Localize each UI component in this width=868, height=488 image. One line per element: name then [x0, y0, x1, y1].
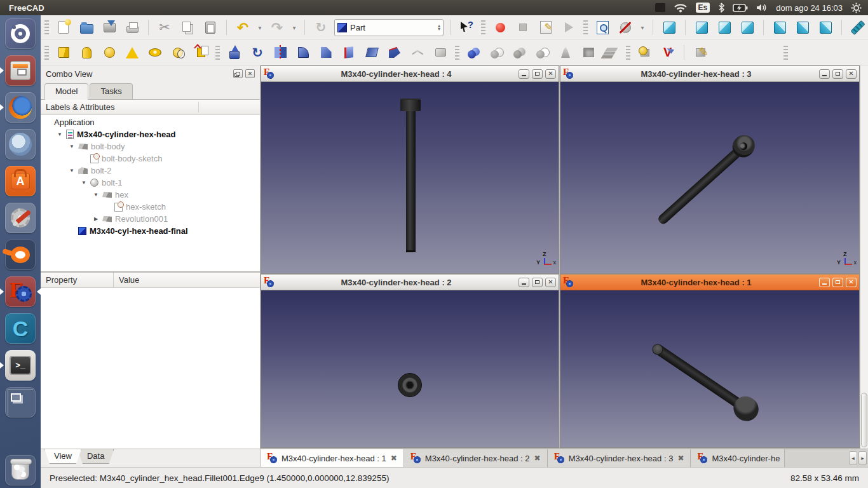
view-top-button[interactable]	[715, 18, 734, 37]
new-document-button[interactable]	[54, 18, 73, 37]
volume-icon[interactable]	[756, 3, 768, 12]
bolt-model-front[interactable]	[400, 98, 421, 252]
view-right-button[interactable]	[738, 18, 757, 37]
battery-icon[interactable]	[733, 4, 748, 12]
workbench-selector[interactable]: Part ▴▾	[334, 19, 444, 36]
window-titlebar[interactable]: M3x40-cylinder-hex-head : 3 ✕	[560, 66, 859, 82]
close-button[interactable]: ✕	[846, 278, 857, 287]
minimize-button[interactable]	[519, 278, 529, 287]
tree-item-revolution001[interactable]: ▶Revolution001	[41, 213, 260, 225]
expander-icon[interactable]: ▼	[69, 144, 75, 149]
create-sketch-button[interactable]	[691, 43, 710, 62]
toolbar-grip[interactable]	[626, 46, 630, 60]
panel-float-button[interactable]	[233, 69, 243, 78]
undo-dropdown[interactable]: ▾	[256, 18, 264, 37]
spinner-arrows-icon[interactable]: ▴▾	[438, 24, 440, 30]
fit-all-button[interactable]	[593, 18, 612, 37]
tab-scroll-left-button[interactable]: ◂	[849, 451, 857, 465]
launcher-item-terminal[interactable]: >_	[5, 350, 36, 381]
create-tube-button[interactable]	[168, 43, 187, 62]
create-sphere-button[interactable]	[100, 43, 119, 62]
print-button[interactable]	[123, 18, 142, 37]
mdi-tab[interactable]: M3x40-cylinder-hex-head : 3✖	[548, 449, 691, 467]
minimize-button[interactable]	[819, 278, 830, 287]
measure-distance-button[interactable]	[848, 18, 867, 37]
toolbar-grip[interactable]	[783, 46, 788, 60]
viewport-3d-top[interactable]	[261, 290, 559, 447]
tree-item-hex-sketch[interactable]: hex-sketch	[41, 201, 260, 213]
check-geometry-button[interactable]	[635, 43, 654, 62]
mirror-button[interactable]	[271, 43, 290, 62]
open-document-button[interactable]	[77, 18, 96, 37]
draw-style-dropdown[interactable]: ▾	[639, 18, 646, 37]
maximize-button[interactable]	[832, 278, 843, 287]
create-cylinder-button[interactable]	[77, 43, 96, 62]
validate-sketch-button[interactable]	[759, 43, 778, 62]
copy-button[interactable]	[178, 18, 197, 37]
undo-button[interactable]	[233, 18, 252, 37]
tab-scroll-right-button[interactable]: ▸	[858, 451, 867, 465]
refresh-button[interactable]	[311, 18, 330, 37]
window-titlebar[interactable]: M3x40-cylinder-hex-head : 4 ✕	[261, 66, 559, 82]
launcher-item-blender[interactable]	[5, 240, 36, 270]
map-sketch-to-face-button[interactable]	[714, 43, 733, 62]
tree-header[interactable]: Labels & Attributes	[41, 100, 260, 115]
launcher-item-dash[interactable]	[5, 18, 36, 49]
view-bottom-button[interactable]	[793, 18, 812, 37]
launcher-item-files[interactable]	[5, 55, 36, 86]
expander-icon[interactable]: ▶	[93, 216, 99, 222]
mdi-tab[interactable]: M3x40-cylinder-hex-head : 1✖	[261, 449, 404, 467]
panel-close-button[interactable]: ✕	[245, 69, 255, 78]
value-column-header[interactable]: Value	[114, 275, 260, 285]
boolean-button[interactable]	[465, 43, 484, 62]
tab-close-icon[interactable]: ✖	[784, 454, 785, 463]
expander-icon[interactable]: ▼	[57, 132, 63, 137]
fillet-button[interactable]	[294, 43, 313, 62]
tree-item-m3x40-cyl-hex-head-final[interactable]: M3x40-cyl-hex-head-final	[41, 225, 260, 237]
viewport-3d-perspective[interactable]	[560, 290, 859, 447]
mdi-tab[interactable]: M3x40-cylinder-hex-head : 2✖	[404, 449, 548, 467]
viewport-3d-isometric[interactable]: ZYx	[560, 82, 859, 273]
box-section-button[interactable]	[579, 43, 598, 62]
tab-model[interactable]: Model	[44, 83, 88, 100]
boolean-intersection-button[interactable]	[533, 43, 552, 62]
mdi-tab[interactable]: M3x40-cylinder-he✖	[691, 449, 785, 467]
sweep-button[interactable]	[408, 43, 427, 62]
defeaturing-button[interactable]	[658, 43, 677, 62]
launcher-item-trash[interactable]	[5, 455, 36, 485]
keyboard-layout-indicator[interactable]: Es	[696, 3, 710, 13]
tab-close-icon[interactable]: ✖	[391, 454, 397, 463]
make-face-button[interactable]	[339, 43, 358, 62]
draw-style-button[interactable]	[616, 18, 635, 37]
redo-dropdown[interactable]: ▾	[290, 18, 298, 37]
whats-this-button[interactable]	[457, 18, 476, 37]
ruled-surface-button[interactable]	[362, 43, 381, 62]
wifi-icon[interactable]	[674, 3, 688, 13]
scrollbar-thumb[interactable]	[861, 393, 867, 447]
offset-button[interactable]	[431, 43, 450, 62]
view-left-button[interactable]	[816, 18, 835, 37]
chamfer-button[interactable]	[316, 43, 336, 62]
tree-item-m3x40-cylinder-hex-head[interactable]: ▼M3x40-cylinder-hex-head	[41, 128, 260, 140]
tab-view[interactable]: View	[44, 449, 81, 464]
launcher-item-chromium[interactable]	[5, 129, 36, 159]
tab-data[interactable]: Data	[78, 449, 114, 464]
reorient-sketch-button[interactable]	[736, 43, 756, 62]
close-button[interactable]: ✕	[545, 69, 556, 79]
toolbar-grip[interactable]	[44, 46, 49, 60]
macro-stop-button[interactable]	[513, 18, 532, 37]
cross-sections-button[interactable]	[602, 43, 621, 62]
cut-button[interactable]	[155, 18, 174, 37]
revolve-button[interactable]	[248, 43, 267, 62]
bluetooth-icon[interactable]	[718, 3, 724, 13]
session-gear-icon[interactable]	[851, 3, 862, 13]
mdi-scrollbar[interactable]	[860, 65, 868, 449]
tab-tasks[interactable]: Tasks	[90, 83, 132, 99]
viewport-3d-front[interactable]: ZYx	[261, 82, 559, 273]
bolt-model-top[interactable]	[398, 373, 422, 397]
tree-item-bolt-body-sketch[interactable]: bolt-body-sketch	[41, 152, 260, 165]
minimize-button[interactable]	[519, 69, 529, 79]
bolt-model-isometric[interactable]	[651, 124, 766, 231]
tree-item-hex[interactable]: ▼hex	[41, 189, 260, 201]
create-cone-button[interactable]	[123, 43, 142, 62]
